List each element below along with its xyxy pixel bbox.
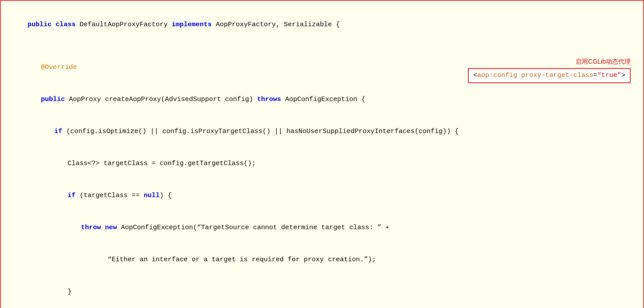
code-line-4: public AopProxy createAopProxy(AdvisedSu… — [12, 84, 632, 116]
code-line-7: if (targetClass == null) { — [12, 180, 632, 212]
code-line-9: “Either an interface or a target is requ… — [12, 244, 632, 276]
code-line-10: } — [12, 276, 632, 308]
annotation-popup: 启用CGLib动态代理 <aop:config proxy-target-cla… — [468, 57, 631, 83]
annotation-label: 启用CGLib动态代理 — [576, 57, 631, 66]
code-line-6: Class<?> targetClass = config.getTargetC… — [12, 148, 632, 180]
code-line-1: public class DefaultAopProxyFactory impl… — [12, 9, 632, 41]
code-block: public class DefaultAopProxyFactory impl… — [0, 0, 644, 308]
code-line-5: if (config.isOptimize() || config.isProx… — [12, 116, 632, 148]
code-line-2 — [12, 41, 632, 52]
annotation-box: <aop:config proxy-target-class=“true”> — [468, 68, 631, 83]
code-line-8: throw new AopConfigException(“TargetSour… — [12, 212, 632, 244]
